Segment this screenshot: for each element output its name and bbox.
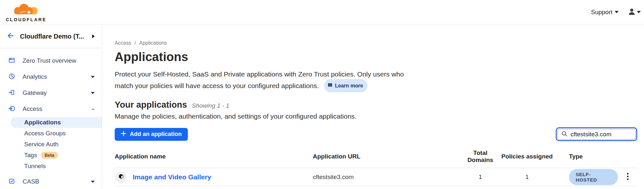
support-label: Support: [591, 9, 612, 16]
access-subnav: Applications Access Groups Service Auth …: [0, 117, 102, 172]
application-name-cell: Image and Video Gallery: [115, 172, 313, 183]
section-title: Your applications: [115, 100, 187, 110]
sidebar-item-label: Applications: [24, 119, 61, 126]
sidebar-item-analytics[interactable]: Analytics: [0, 69, 102, 85]
sidebar-item-service-auth[interactable]: Service Auth: [0, 139, 102, 150]
total-domains-cell: 1: [461, 174, 500, 181]
sidebar-item-access-groups[interactable]: Access Groups: [0, 128, 102, 139]
table-controls: Add an application: [115, 127, 637, 141]
application-avatar: [115, 172, 126, 183]
policies-assigned-cell: 1: [500, 174, 554, 181]
breadcrumb-access[interactable]: Access: [115, 40, 131, 46]
sidebar-item-tags[interactable]: Tags Beta: [0, 150, 102, 161]
description-line2: match your policies will have access to …: [115, 82, 319, 89]
table-header-row: Application name Application URL Total D…: [115, 149, 637, 168]
sidebar-item-zero-trust-overview[interactable]: Zero Trust overview: [0, 53, 102, 69]
sidebar-item-label: Zero Trust overview: [23, 57, 76, 64]
breadcrumb-applications[interactable]: Applications: [139, 40, 167, 46]
column-header-application-url: Application URL: [313, 153, 461, 160]
chevron-down-icon[interactable]: [91, 181, 95, 183]
search-focus-ring: [556, 127, 637, 141]
learn-more-label: Learn more: [335, 81, 363, 91]
topbar-actions: Support: [591, 8, 641, 16]
table-row: Image and Video Gallery cftestsite3.com …: [115, 168, 637, 186]
search-input[interactable]: [571, 131, 629, 138]
search-box: [557, 129, 636, 140]
sidebar-item-label: Access Groups: [24, 130, 66, 137]
sidebar-item-label: Tags: [24, 152, 37, 159]
application-name-link[interactable]: Image and Video Gallery: [133, 173, 211, 181]
type-badge: SELF-HOSTED: [569, 169, 618, 185]
breadcrumb: Access / Applications: [115, 40, 637, 46]
brand-wordmark: CLOUDFLARE: [6, 17, 46, 22]
column-header-application-name: Application name: [115, 153, 313, 160]
section-subtitle: Manage the policies, authentication, and…: [115, 113, 637, 120]
sidebar-item-casb[interactable]: CASB: [0, 174, 102, 189]
sidebar: Cloudflare Demo (T... Zero Trust overvie…: [0, 25, 102, 189]
sidebar-nav: Zero Trust overview Analytics Gateway: [0, 48, 102, 189]
add-application-label: Add an application: [130, 131, 182, 138]
support-menu[interactable]: Support: [591, 9, 619, 16]
chevron-down-icon: [615, 11, 619, 13]
sidebar-item-label: Gateway: [23, 89, 47, 96]
row-actions-menu[interactable]: [618, 173, 637, 182]
chevron-right-icon[interactable]: [92, 34, 95, 38]
chevron-up-icon[interactable]: [91, 108, 95, 110]
user-menu[interactable]: [628, 8, 641, 16]
column-header-total-domains: Total Domains: [461, 149, 500, 164]
account-name[interactable]: Cloudflare Demo (T...: [20, 33, 87, 40]
main-content: Access / Applications Applications Prote…: [102, 25, 644, 189]
account-switcher: Cloudflare Demo (T...: [0, 25, 102, 48]
sidebar-item-applications[interactable]: Applications: [11, 117, 102, 128]
cloudflare-cloud-icon: [9, 3, 43, 17]
application-url-cell: cftestsite3.com: [313, 174, 461, 181]
access-icon: [8, 105, 15, 113]
column-header-type: Type: [554, 153, 618, 160]
cube-icon: [118, 173, 124, 181]
page-description: Protect your Self-Hosted, SaaS and Priva…: [115, 69, 637, 92]
sidebar-item-gateway[interactable]: Gateway: [0, 85, 102, 101]
applications-table: Application name Application URL Total D…: [115, 149, 637, 189]
type-cell: SELF-HOSTED: [554, 169, 618, 185]
cloudflare-logo[interactable]: CLOUDFLARE: [6, 2, 46, 22]
top-bar: CLOUDFLARE Support: [0, 0, 644, 24]
sidebar-item-label: Tunnels: [24, 163, 46, 170]
description-line1: Protect your Self-Hosted, SaaS and Priva…: [115, 70, 404, 78]
column-header-policies-assigned: Policies assigned: [500, 153, 554, 160]
plus-icon: [121, 131, 126, 138]
sidebar-item-access[interactable]: Access: [0, 101, 102, 117]
sidebar-item-label: Service Auth: [24, 141, 59, 148]
sidebar-item-label: Access: [23, 105, 42, 113]
analytics-icon: [8, 73, 15, 81]
chevron-down-icon: [637, 11, 641, 13]
add-application-button[interactable]: Add an application: [115, 128, 188, 141]
sidebar-item-label: Analytics: [23, 73, 47, 80]
overview-icon: [8, 57, 15, 65]
back-arrow-icon[interactable]: [6, 32, 15, 41]
chevron-down-icon[interactable]: [91, 76, 95, 78]
breadcrumb-separator: /: [135, 40, 136, 46]
gateway-icon: [8, 89, 15, 97]
user-icon: [628, 8, 635, 16]
kebab-icon: [627, 173, 629, 182]
sidebar-item-label: CASB: [23, 178, 39, 185]
casb-icon: [8, 178, 15, 186]
beta-badge: Beta: [41, 152, 58, 159]
sidebar-item-tunnels[interactable]: Tunnels: [0, 161, 102, 172]
learn-more-button[interactable]: Learn more: [324, 79, 368, 92]
chevron-down-icon[interactable]: [91, 92, 95, 94]
page-title: Applications: [115, 50, 637, 64]
showing-count: Showing 1 - 1: [192, 102, 229, 109]
search-icon: [562, 131, 567, 138]
section-header: Your applications Showing 1 - 1: [115, 100, 637, 110]
book-icon: [328, 81, 332, 91]
